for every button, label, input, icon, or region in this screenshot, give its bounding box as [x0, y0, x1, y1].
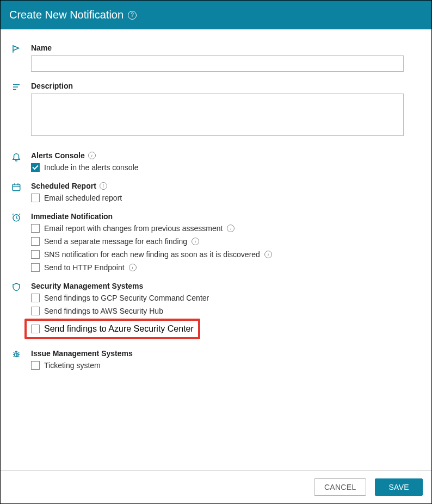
svg-rect-3 [13, 184, 20, 191]
immediate-option-label: Send to HTTP Endpoint [44, 263, 125, 272]
dialog-content: Name Description Alerts Console i Includ… [1, 29, 431, 470]
security-option-label: Send findings to Azure Security Center [44, 324, 194, 334]
info-icon[interactable]: i [88, 152, 96, 159]
security-option-row: Send findings to AWS Security Hub [31, 307, 421, 315]
section-alerts: Alerts Console i Include in the alerts c… [11, 151, 421, 172]
shield-icon [11, 282, 21, 292]
security-azure-highlight: Send findings to Azure Security Center [24, 319, 200, 339]
immediate-option-row: SNS notification for each new finding as… [31, 250, 421, 259]
calendar-icon [11, 182, 21, 192]
alerts-include-label: Include in the alerts console [44, 163, 139, 172]
svg-line-12 [14, 352, 15, 353]
dialog-title: Create New Notification [9, 9, 124, 21]
info-icon[interactable]: i [227, 225, 234, 232]
immediate-label: Immediate Notification [31, 212, 421, 221]
svg-line-13 [18, 352, 19, 353]
info-icon[interactable]: i [100, 182, 107, 190]
immediate-option-label: Send a separate message for each finding [44, 237, 187, 246]
description-icon [11, 82, 21, 92]
description-label: Description [31, 82, 421, 90]
clock-icon [11, 213, 21, 222]
alerts-include-row: Include in the alerts console [31, 163, 421, 172]
security-checkbox-azure[interactable] [31, 325, 40, 333]
section-name: Name [11, 43, 421, 72]
immediate-checkbox-0[interactable] [31, 224, 40, 233]
scheduled-label: Scheduled Report i [31, 182, 421, 190]
section-scheduled: Scheduled Report i Email scheduled repor… [11, 182, 421, 202]
name-label: Name [31, 43, 421, 52]
scheduled-email-label: Email scheduled report [44, 194, 122, 202]
flag-icon [11, 44, 21, 54]
issue-ticketing-row: Ticketing system [31, 361, 421, 370]
alerts-include-checkbox[interactable] [31, 163, 40, 172]
cancel-button[interactable]: CANCEL [314, 478, 367, 496]
security-option-label: Send findings to GCP Security Command Ce… [44, 294, 209, 302]
section-immediate: Immediate Notification Email report with… [11, 212, 421, 272]
info-icon[interactable]: i [129, 264, 137, 271]
info-icon[interactable]: i [264, 251, 272, 258]
immediate-checkbox-1[interactable] [31, 237, 40, 246]
immediate-checkbox-3[interactable] [31, 263, 40, 272]
security-option-label: Send findings to AWS Security Hub [44, 307, 163, 315]
security-checkbox-aws[interactable] [31, 307, 40, 315]
immediate-option-row: Send to HTTP Endpoint i [31, 263, 421, 272]
security-checkbox-gcp[interactable] [31, 294, 40, 302]
scheduled-email-checkbox[interactable] [31, 194, 40, 202]
name-input[interactable] [31, 55, 404, 72]
immediate-option-label: Email report with changes from previous … [44, 224, 223, 233]
section-issue: Issue Management Systems Ticketing syste… [11, 349, 421, 370]
scheduled-email-row: Email scheduled report [31, 194, 421, 202]
bug-icon [11, 350, 21, 359]
info-icon[interactable]: i [192, 238, 199, 245]
save-button[interactable]: SAVE [375, 478, 423, 496]
immediate-option-row: Email report with changes from previous … [31, 224, 421, 233]
bell-icon [11, 152, 21, 161]
issue-label: Issue Management Systems [31, 349, 421, 358]
section-description: Description [11, 82, 421, 138]
scheduled-label-text: Scheduled Report [31, 182, 96, 190]
issue-ticketing-checkbox[interactable] [31, 361, 40, 370]
alerts-label: Alerts Console i [31, 151, 421, 160]
issue-ticketing-label: Ticketing system [44, 361, 101, 370]
description-input[interactable] [31, 94, 404, 136]
security-option-row: Send findings to GCP Security Command Ce… [31, 294, 421, 302]
dialog-footer: CANCEL SAVE [1, 470, 431, 503]
immediate-checkbox-2[interactable] [31, 250, 40, 259]
help-icon[interactable]: ? [128, 11, 137, 20]
immediate-option-label: SNS notification for each new finding as… [44, 250, 260, 259]
dialog-header: Create New Notification ? [1, 1, 431, 29]
immediate-option-row: Send a separate message for each finding… [31, 237, 421, 246]
alerts-label-text: Alerts Console [31, 151, 85, 160]
section-security: Security Management Systems Send finding… [11, 282, 421, 339]
security-label: Security Management Systems [31, 282, 421, 290]
